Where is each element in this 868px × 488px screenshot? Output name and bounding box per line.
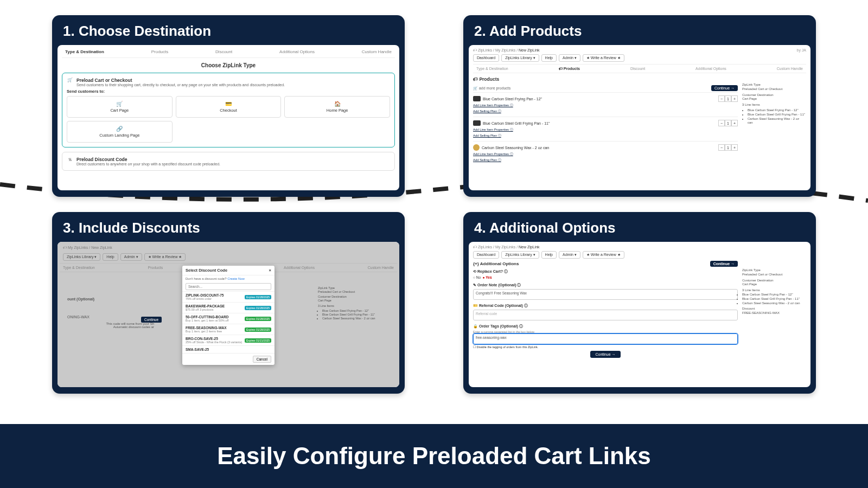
admin-button[interactable]: Admin ▾ bbox=[559, 54, 580, 62]
panel-choose-destination: 1. Choose Destination Type & Destination… bbox=[52, 15, 405, 197]
product-thumb bbox=[473, 144, 480, 151]
preload-discount-desc: Direct customers to anywhere on your sho… bbox=[76, 162, 220, 166]
discount-option[interactable]: BRO-CON-SAVE-2525% off Skida - What the … bbox=[182, 335, 275, 345]
summary-sidebar: ZipLink TypePreloaded Cart or Checkout C… bbox=[741, 75, 806, 165]
toolbar: Dashboard ZipLinks Library ▾ Help Admin … bbox=[473, 54, 806, 62]
wizard-tabs: Type & Destination Products Discount Add… bbox=[62, 48, 395, 58]
discount-option[interactable]: 50-OFF-CUTTING-BOARDBuy 1 item, get 1 it… bbox=[182, 313, 275, 324]
discount-option[interactable]: SMA-SAVE-25 bbox=[182, 345, 275, 353]
preload-discount-title: Preload Discount Code bbox=[76, 157, 220, 162]
tab-products[interactable]: 🏷 Products bbox=[559, 67, 580, 70]
create-discount-link[interactable]: Create Now bbox=[227, 277, 245, 280]
add-line-item-link[interactable]: Add Line Item Properties ⓘ bbox=[473, 152, 738, 157]
tab-discount[interactable]: Discount bbox=[215, 49, 232, 54]
library-button[interactable]: ZipLinks Library ▾ bbox=[501, 251, 539, 259]
product-thumb bbox=[473, 120, 481, 126]
summary-sidebar: ZipLink TypePreloaded Cart or Checkout C… bbox=[741, 261, 806, 357]
dashboard-button[interactable]: Dashboard bbox=[473, 251, 499, 259]
bg-text: ount (Optional) ONING-WAX This code will… bbox=[67, 297, 154, 329]
help-button[interactable]: Help bbox=[541, 251, 557, 259]
panel-include-discounts: 3. Include Discounts 🏷 My ZipLinks / New… bbox=[52, 212, 405, 394]
tab-products[interactable]: Products bbox=[151, 49, 169, 54]
discount-option[interactable]: FREE-SEASONING-WAXBuy 1 item, get 2 item… bbox=[182, 324, 275, 335]
cart-icon: 🛒 bbox=[69, 101, 170, 107]
review-button[interactable]: ★ Write a Review ★ bbox=[583, 54, 624, 62]
replace-no[interactable]: ○ No bbox=[473, 275, 481, 279]
dest-checkout[interactable]: 💳Checkout bbox=[176, 96, 282, 118]
continue-button-bg: Continue bbox=[141, 317, 162, 323]
add-more-products[interactable]: 🛒 add more products bbox=[473, 86, 510, 91]
review-button[interactable]: ★ Write a Review ★ bbox=[583, 251, 624, 259]
summary-sidebar: ZipLink TypePreloaded Cart or Checkout C… bbox=[318, 286, 378, 320]
add-line-item-link[interactable]: Add Line Item Properties ⓘ bbox=[473, 127, 738, 132]
tab-additional-options[interactable]: Additional Options bbox=[695, 67, 726, 70]
panel-title: 4. Additional Options bbox=[469, 217, 810, 242]
tab-type-destination[interactable]: Type & Destination bbox=[476, 67, 508, 70]
qty-stepper[interactable]: −1+ bbox=[718, 95, 738, 102]
product-row: Blue Carbon Steel Grill Frying Pan - 11"… bbox=[473, 117, 738, 141]
panel-title: 1. Choose Destination bbox=[58, 21, 399, 45]
product-row: Carbon Steel Seasoning Wax - 2 oz can −1… bbox=[473, 141, 738, 165]
discount-option[interactable]: BAKEWARE-PACKAGE$75.00 off 3 productsExp… bbox=[182, 302, 275, 313]
dest-home-page[interactable]: 🏠Home Page bbox=[284, 96, 390, 118]
continue-button[interactable]: Continue → bbox=[710, 261, 738, 267]
panel-title: 2. Add Products bbox=[469, 21, 810, 45]
dest-custom-landing[interactable]: 🔗Custom Landing Page bbox=[67, 121, 173, 143]
panel-title: 3. Include Discounts bbox=[58, 217, 399, 242]
cancel-button[interactable]: Cancel bbox=[253, 356, 271, 363]
send-to-prompt: Send customers to: bbox=[67, 89, 390, 94]
footer-headline: Easily Configure Preloaded Cart Links bbox=[0, 424, 868, 488]
tab-additional-options[interactable]: Additional Options bbox=[279, 49, 315, 54]
referral-input[interactable]: Referral code bbox=[473, 310, 738, 320]
product-thumb bbox=[473, 96, 481, 101]
qty-stepper[interactable]: −1+ bbox=[718, 144, 738, 151]
tab-custom-handle[interactable]: Custom Handle bbox=[777, 67, 803, 70]
replace-yes[interactable]: ● Yes bbox=[483, 275, 492, 279]
home-icon: 🏠 bbox=[287, 101, 387, 107]
order-tags-label: 🔒 Order Tags (Optional) ⓘ bbox=[473, 324, 738, 329]
add-selling-plan-link[interactable]: Add Selling Plan ⓘ bbox=[473, 133, 738, 138]
dashboard-button[interactable]: Dashboard bbox=[473, 54, 499, 62]
order-note-input[interactable]: Congrats!!! Free Seasoning Wax bbox=[473, 289, 738, 300]
dest-cart-page[interactable]: 🛒Cart Page bbox=[67, 96, 173, 118]
tab-custom-handle[interactable]: Custom Handle bbox=[362, 49, 392, 54]
tab-discount[interactable]: Discount bbox=[630, 67, 645, 70]
help-button[interactable]: Help bbox=[541, 54, 557, 62]
panel-add-products: 2. Add Products 🏷 ZipLinks / My ZipLinks… bbox=[463, 15, 816, 197]
qty-stepper[interactable]: −1+ bbox=[718, 120, 738, 126]
admin-button[interactable]: Admin ▾ bbox=[559, 251, 580, 259]
tab-type-destination[interactable]: Type & Destination bbox=[65, 49, 104, 54]
search-input[interactable] bbox=[186, 283, 271, 290]
disable-tagging-checkbox[interactable]: ☐ bbox=[473, 345, 476, 349]
panel-additional-options: 4. Additional Options 🏷 ZipLinks / My Zi… bbox=[463, 212, 816, 394]
breadcrumb: 🏷 ZipLinks / My ZipLinks / New ZipLink b… bbox=[473, 48, 806, 52]
products-header: 🏷 Products bbox=[473, 76, 738, 82]
continue-button-2[interactable]: Continue → bbox=[590, 351, 621, 358]
checkout-icon: 💳 bbox=[178, 101, 279, 107]
referral-label: 🎫 Referral Code (Optional) ⓘ bbox=[473, 303, 738, 309]
order-note-label: ✎ Order Note (Optional) ⓘ bbox=[473, 282, 738, 288]
library-button[interactable]: ZipLinks Library ▾ bbox=[501, 54, 539, 62]
breadcrumb: 🏷 ZipLinks / My ZipLinks / New ZipLink bbox=[473, 245, 806, 249]
preload-cart-title: Preload Cart or Checkout bbox=[76, 78, 285, 83]
close-icon[interactable]: × bbox=[269, 268, 271, 273]
wizard-tabs: Type & Destination 🏷 Products Discount A… bbox=[473, 64, 806, 73]
modal-title: Select Discount Code bbox=[186, 268, 227, 273]
choose-type-heading: Choose ZipLink Type bbox=[62, 62, 395, 68]
discount-icon: ％ bbox=[67, 157, 73, 166]
link-icon: 🔗 bbox=[69, 126, 170, 132]
product-row: Blue Carbon Steel Frying Pan - 12" −1+ A… bbox=[473, 92, 738, 117]
add-line-item-link[interactable]: Add Line Item Properties ⓘ bbox=[473, 103, 738, 108]
add-selling-plan-link[interactable]: Add Selling Plan ⓘ bbox=[473, 158, 738, 163]
discount-option[interactable]: ZIPLINK-DISCOUNT-7575% off entire orderE… bbox=[182, 291, 275, 302]
options-header: {+} Additional Options bbox=[473, 261, 519, 266]
preload-discount-option[interactable]: ％ Preload Discount Code Direct customers… bbox=[62, 152, 395, 171]
discount-code-modal: Select Discount Code× Don't have a disco… bbox=[182, 266, 275, 365]
add-selling-plan-link[interactable]: Add Selling Plan ⓘ bbox=[473, 109, 738, 114]
replace-cart-label: ⟲ Replace Cart? ⓘ bbox=[473, 269, 738, 274]
preload-cart-desc: Send customers to their shopping cart, d… bbox=[76, 83, 285, 87]
cart-arrow-icon: 🛒 bbox=[67, 78, 73, 82]
preload-cart-option[interactable]: 🛒 Preload Cart or Checkout Send customer… bbox=[62, 73, 395, 147]
continue-button[interactable]: Continue → bbox=[711, 85, 738, 91]
order-tags-input[interactable]: free-seasoning-wax bbox=[473, 333, 738, 344]
